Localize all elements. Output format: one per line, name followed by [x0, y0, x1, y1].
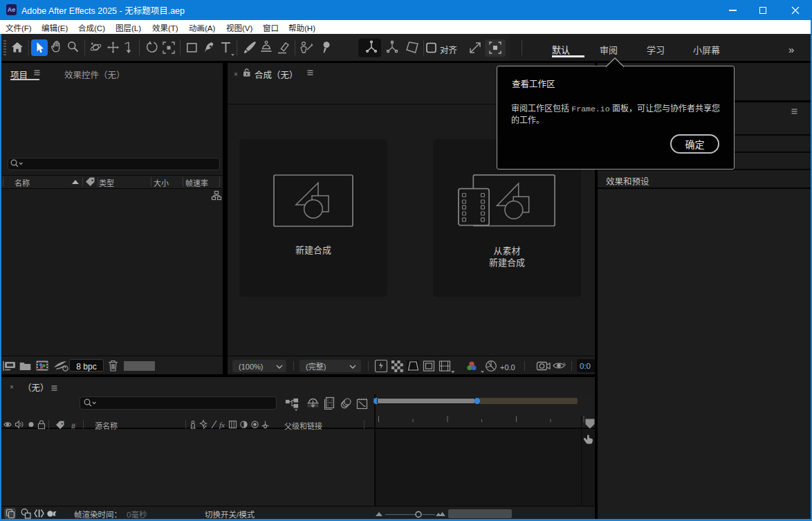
svg-text:fx: fx: [219, 421, 225, 429]
